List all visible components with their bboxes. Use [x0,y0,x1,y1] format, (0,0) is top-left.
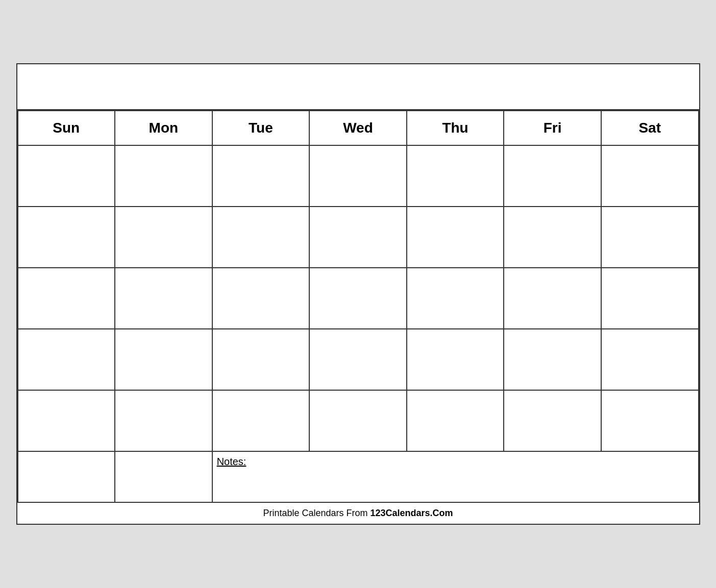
header-sun: Sun [18,111,115,145]
cell-3-6 [504,268,601,329]
calendar-row-3 [18,268,699,329]
cell-3-3 [212,268,310,329]
cell-3-5 [407,268,504,329]
cell-4-3 [212,329,310,390]
cell-1-2 [115,145,212,207]
page-wrapper: Sun Mon Tue Wed Thu Fri Sat [16,63,700,525]
cell-5-5 [407,390,504,451]
cell-1-4 [309,145,407,207]
cell-3-4 [309,268,407,329]
header-thu: Thu [407,111,504,145]
calendar-row-1 [18,145,699,207]
cell-1-7 [601,145,699,207]
cell-3-2 [115,268,212,329]
header-tue: Tue [212,111,310,145]
cell-5-4 [309,390,407,451]
cell-5-3 [212,390,310,451]
footer-text-normal: Printable Calendars From [263,508,370,518]
calendar-table: Sun Mon Tue Wed Thu Fri Sat [17,110,699,503]
cell-2-7 [601,207,699,268]
cell-2-3 [212,207,310,268]
notes-label: Notes: [217,456,246,467]
cell-3-7 [601,268,699,329]
calendar-title-row [17,64,699,110]
cell-5-1 [18,390,115,451]
header-mon: Mon [115,111,212,145]
cell-4-6 [504,329,601,390]
cell-5-6 [504,390,601,451]
cell-3-1 [18,268,115,329]
footer-text-bold: 123Calendars.Com [371,508,453,518]
cell-4-5 [407,329,504,390]
calendar-row-5 [18,390,699,451]
cell-1-1 [18,145,115,207]
notes-cell-main: Notes: [212,451,699,502]
header-fri: Fri [504,111,601,145]
day-header-row: Sun Mon Tue Wed Thu Fri Sat [18,111,699,145]
cell-1-3 [212,145,310,207]
header-wed: Wed [309,111,407,145]
footer: Printable Calendars From 123Calendars.Co… [17,503,699,524]
cell-1-5 [407,145,504,207]
cell-4-7 [601,329,699,390]
calendar-row-4 [18,329,699,390]
calendar-row-2 [18,207,699,268]
cell-2-5 [407,207,504,268]
cell-4-2 [115,329,212,390]
header-sat: Sat [601,111,699,145]
cell-2-6 [504,207,601,268]
notes-cell-2 [115,451,212,502]
cell-1-6 [504,145,601,207]
cell-5-7 [601,390,699,451]
cell-2-1 [18,207,115,268]
notes-cell-1 [18,451,115,502]
cell-4-4 [309,329,407,390]
cell-4-1 [18,329,115,390]
cell-2-4 [309,207,407,268]
notes-row: Notes: [18,451,699,502]
cell-5-2 [115,390,212,451]
cell-2-2 [115,207,212,268]
